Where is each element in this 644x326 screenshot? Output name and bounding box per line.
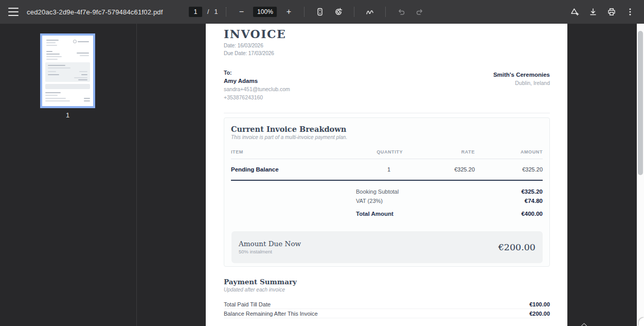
pdf-page: INVOICE Date: 16/03/2026 Due Date: 17/03… <box>206 24 567 326</box>
company-block: Smith's Ceremonies Dublin, Ireland <box>493 71 550 87</box>
to-label: To: <box>224 69 290 77</box>
payment-summary-rows: Total Paid Till Date €100.00 Balance Rem… <box>224 300 550 318</box>
page-total: 1 <box>214 8 218 15</box>
recipient-email: sandra+451@tuneclub.com <box>224 85 290 94</box>
payment-summary-title: Payment Summary <box>224 277 550 286</box>
amount-due-box: Amount Due Now 50% instalment €200.00 <box>231 231 543 263</box>
pdf-viewer-toolbar: ced20ac3-2d9e-4f7e-9fc7-579484c61f02.pdf… <box>0 0 644 24</box>
breakdown-title: Current Invoice Breakdown <box>231 125 543 134</box>
row-item: Pending Balance <box>231 166 326 173</box>
payment-summary-subtitle: Updated after each invoice <box>224 286 550 294</box>
row-amount: €325.20 <box>475 166 543 173</box>
thumbnail-due-strip <box>45 84 90 89</box>
toolbar-divider <box>354 7 354 17</box>
amount-due-subtitle: 50% instalment <box>239 248 301 255</box>
amount-due-text: Amount Due Now 50% instalment <box>239 239 301 255</box>
amount-due-title: Amount Due Now <box>239 239 301 248</box>
invoice-date: Date: 16/03/2026 <box>224 42 286 49</box>
total-amount-value: €400.00 <box>521 211 543 217</box>
page-number-input[interactable] <box>189 7 202 17</box>
redo-icon[interactable] <box>413 5 426 19</box>
menu-icon[interactable] <box>8 8 19 16</box>
page-separator: / <box>207 8 209 15</box>
invoice-breakdown-card: Current Invoice Breakdown This invoice i… <box>224 117 550 267</box>
recipient-block: To: Amy Adams sandra+451@tuneclub.com +3… <box>224 69 290 101</box>
recipient-phone: +353876243160 <box>224 94 290 102</box>
bottom-right-overlay-corner <box>639 318 644 326</box>
zoom-level-input[interactable]: 100% <box>253 7 277 17</box>
payment-summary: Payment Summary Updated after each invoi… <box>224 277 550 318</box>
invoice-due-date: Due Date: 17/03/2026 <box>224 49 286 57</box>
zoom-in-button[interactable]: + <box>282 5 295 19</box>
paid-till-date-label: Total Paid Till Date <box>224 301 271 307</box>
rotate-icon[interactable] <box>332 5 345 19</box>
vat-value: €74.80 <box>525 198 543 204</box>
paid-till-date-value: €100.00 <box>529 301 550 307</box>
print-icon[interactable] <box>605 5 618 19</box>
viewer-content: 1 INVOICE Date: 16/03/2026 Due Date: 17/… <box>0 24 644 326</box>
vat-label: VAT (23%) <box>356 198 383 204</box>
dotted-divider <box>226 7 226 16</box>
recipient-name: Amy Adams <box>224 77 290 85</box>
total-amount-row: Total Amount €400.00 <box>356 209 543 219</box>
toolbar-left-group: ced20ac3-2d9e-4f7e-9fc7-579484c61f02.pdf <box>8 8 163 16</box>
col-header-rate: RATE <box>403 149 475 155</box>
subtotal-row: Booking Subtotal €325.20 <box>356 187 543 196</box>
vertical-scrollbar[interactable] <box>637 24 644 326</box>
thumbnail-page-number: 1 <box>40 111 95 119</box>
table-row: Pending Balance 1 €325.20 €325.20 <box>231 159 543 181</box>
total-amount-label: Total Amount <box>356 211 393 217</box>
totals-block: Booking Subtotal €325.20 VAT (23%) €74.8… <box>231 187 543 219</box>
scrollbar-thumb[interactable] <box>638 31 643 175</box>
paid-till-date-row: Total Paid Till Date €100.00 <box>224 300 550 309</box>
breakdown-subtitle: This invoice is part of a multi-invoice … <box>231 134 543 141</box>
row-quantity: 1 <box>326 166 403 173</box>
header-divider <box>224 113 550 113</box>
save-to-drive-icon[interactable] <box>568 5 581 19</box>
table-header-row: ITEM QUANTITY RATE AMOUNT <box>231 149 543 159</box>
zoom-out-button[interactable]: − <box>235 5 248 19</box>
toolbar-center-group: / 1 − 100% + <box>189 0 426 24</box>
col-header-amount: AMOUNT <box>475 149 543 155</box>
fit-to-page-icon[interactable] <box>313 5 327 19</box>
subtotal-value: €325.20 <box>521 188 543 195</box>
company-location: Dublin, Ireland <box>493 79 550 87</box>
col-header-quantity: QUANTITY <box>326 149 403 155</box>
balance-remaining-row: Balance Remaining After This Invoice €20… <box>224 309 550 318</box>
balance-remaining-label: Balance Remaining After This Invoice <box>224 311 318 317</box>
subtotal-label: Booking Subtotal <box>356 188 399 195</box>
annotate-icon[interactable] <box>363 5 377 19</box>
amount-due-value: €200.00 <box>498 242 535 252</box>
balance-remaining-value: €200.00 <box>529 311 550 317</box>
vat-row: VAT (23%) €74.80 <box>356 196 543 205</box>
invoice-header: INVOICE Date: 16/03/2026 Due Date: 17/03… <box>224 28 286 57</box>
more-options-icon[interactable] <box>623 5 637 19</box>
col-header-item: ITEM <box>231 149 326 155</box>
undo-icon[interactable] <box>395 5 408 19</box>
document-filename: ced20ac3-2d9e-4f7e-9fc7-579484c61f02.pdf <box>27 8 163 16</box>
download-icon[interactable] <box>586 5 600 19</box>
page-thumbnail[interactable] <box>40 33 95 108</box>
toolbar-divider <box>385 7 386 17</box>
toolbar-divider <box>304 7 305 17</box>
invoice-title: INVOICE <box>224 28 286 40</box>
toolbar-right-group <box>568 5 637 19</box>
row-rate: €325.20 <box>403 166 475 173</box>
company-name: Smith's Ceremonies <box>493 71 550 79</box>
thumbnail-sidebar: 1 <box>0 24 136 326</box>
thumbnail-card-region <box>45 62 90 82</box>
